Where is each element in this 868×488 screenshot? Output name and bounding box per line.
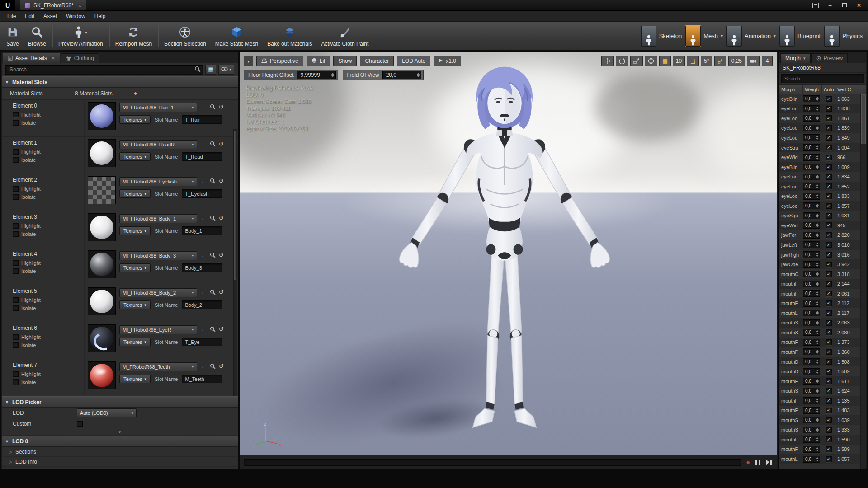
morph-weight-input[interactable]: 0,0 [803,358,820,365]
reset-to-default-icon[interactable]: ↺ [219,215,224,221]
isolate-checkbox[interactable] [13,305,19,311]
record-button[interactable]: ● [746,459,750,465]
highlight-toggle[interactable]: Highlight [13,149,41,155]
auto-checkbox[interactable]: ✓ [826,106,832,112]
isolate-checkbox[interactable] [13,268,19,274]
morph-target-row[interactable]: eyeLoo 0,0 ✓ 1 852 [779,182,860,192]
mode-mesh[interactable]: Mesh ▾ [685,26,723,47]
left-scrollbar[interactable] [233,129,237,396]
camera-speed-value[interactable]: 4 [762,56,773,66]
morph-target-row[interactable]: eyeWid 0,0 ✓ 945 [779,221,860,230]
use-selected-asset-icon[interactable]: ← [201,141,207,147]
morph-weight-input[interactable]: 0,0 [803,202,820,209]
material-thumbnail[interactable] [88,250,116,278]
use-selected-asset-icon[interactable]: ← [201,289,207,295]
morph-weight-input[interactable]: 0,0 [803,271,820,277]
auto-checkbox[interactable]: ✓ [826,388,832,394]
minimize-button[interactable]: – [824,1,836,10]
highlight-toggle[interactable]: Highlight [13,112,41,117]
spinner-icon[interactable] [816,204,819,208]
highlight-checkbox[interactable] [13,334,19,340]
morph-target-row[interactable]: mouthF 0,0 ✓ 1 589 [779,445,860,455]
robot-character-mesh[interactable] [381,64,628,454]
lod-auto-button[interactable]: LOD Auto [397,56,430,66]
slot-name-field[interactable]: M_Teeth [182,375,222,383]
translate-gizmo-button[interactable] [601,56,614,66]
morph-weight-input[interactable]: 0,0 [803,417,820,423]
custom-checkbox[interactable] [77,421,83,427]
morph-target-row[interactable]: mouthS 0,0 ✓ 1 624 [779,386,860,396]
auto-checkbox[interactable]: ✓ [826,125,832,131]
morph-weight-input[interactable]: 0,0 [803,397,820,404]
scrollbar-thumb[interactable] [861,94,866,144]
material-select-dropdown[interactable]: M_FRobotR68_Teeth ▾ [119,362,197,371]
spinner-icon[interactable] [816,418,819,422]
scrollbar-thumb[interactable] [234,131,236,280]
chevron-down-icon[interactable]: ▾ [721,33,723,38]
morph-target-row[interactable]: mouthL 0,0 ✓ 2 117 [779,308,860,318]
spinner-icon[interactable] [816,379,819,383]
tab-asset-details[interactable]: Asset Details × [3,53,60,63]
textures-dropdown[interactable]: Textures ▾ [119,115,151,124]
morph-weight-input[interactable]: 0,0 [803,368,820,375]
auto-checkbox[interactable]: ✓ [826,135,832,141]
auto-checkbox[interactable]: ✓ [826,398,832,404]
scale-snap-value[interactable]: 0,25 [728,56,745,66]
auto-checkbox[interactable]: ✓ [826,408,832,413]
isolate-toggle[interactable]: Isolate [13,268,36,274]
slot-name-field[interactable]: Body_1 [182,226,222,235]
isolate-toggle[interactable]: Isolate [13,194,36,200]
visibility-filter-button[interactable]: ▾ [218,65,234,75]
material-thumbnail[interactable] [88,287,116,315]
asset-tab[interactable]: SK_FRobotR68* × [20,0,86,10]
auto-checkbox[interactable]: ✓ [826,174,832,180]
material-thumbnail[interactable] [88,176,116,204]
spinner-icon[interactable] [816,340,819,344]
auto-checkbox[interactable]: ✓ [826,291,832,296]
window-layout-icon[interactable] [809,1,822,10]
morph-weight-input[interactable]: 0,0 [803,174,820,180]
morph-target-row[interactable]: mouthL 0,0 ✓ 1 057 [779,454,860,464]
morph-target-row[interactable]: eyeLoo 0,0 ✓ 1 849 [779,133,860,143]
morph-weight-input[interactable]: 0,0 [803,95,820,102]
highlight-checkbox[interactable] [13,223,19,229]
isolate-toggle[interactable]: Isolate [13,231,36,237]
morph-target-row[interactable]: mouthF 0,0 ✓ 1 590 [779,435,860,445]
sections-row[interactable]: ▷ Sections [2,447,238,457]
highlight-checkbox[interactable] [13,260,19,266]
highlight-checkbox[interactable] [13,371,19,377]
menu-item[interactable]: Window [61,12,90,21]
morph-search-input[interactable] [781,74,864,83]
auto-checkbox[interactable]: ✓ [826,339,832,345]
spinner-icon[interactable] [816,399,819,403]
morph-weight-input[interactable]: 0,0 [803,446,820,453]
slot-name-field[interactable]: T_Hair [182,115,222,124]
lod-info-row[interactable]: ▷ LOD Info [2,457,238,467]
textures-dropdown[interactable]: Textures ▾ [119,152,151,161]
auto-checkbox[interactable]: ✓ [826,252,832,258]
textures-dropdown[interactable]: Textures ▾ [119,338,151,346]
spinner-icon[interactable] [816,360,819,364]
morph-weight-input[interactable]: 0,0 [803,144,820,151]
expander-right-icon[interactable]: ▷ [9,450,12,454]
textures-dropdown[interactable]: Textures ▾ [119,226,151,235]
viewport-scene[interactable]: ▾ Perspective Lit Show Character LOD Aut… [240,52,777,455]
spinner-icon[interactable] [816,350,819,354]
morph-weight-input[interactable]: 0,0 [803,134,820,141]
material-select-dropdown[interactable]: MI_FRobotR68_Body_1 ▾ [119,214,197,223]
tab-close-icon[interactable]: × [52,55,55,61]
step-forward-button[interactable] [766,460,772,465]
spinner-icon[interactable] [816,223,819,227]
highlight-toggle[interactable]: Highlight [13,297,41,303]
auto-checkbox[interactable]: ✓ [826,456,832,462]
mode-physics[interactable]: Physics [824,26,863,47]
morph-target-row[interactable]: mouthF 0,0 ✓ 1 373 [779,338,860,347]
preview-animation-button[interactable]: ▾ Preview Animation [54,22,108,50]
auto-checkbox[interactable]: ✓ [826,242,832,248]
auto-checkbox[interactable]: ✓ [826,349,832,355]
morph-target-row[interactable]: eyeSqu 0,0 ✓ 1 031 [779,211,860,221]
morph-weight-input[interactable]: 0,0 [803,329,820,336]
textures-dropdown[interactable]: Textures ▾ [119,375,151,383]
advanced-expander[interactable]: ▼ [2,429,238,436]
morph-weight-input[interactable]: 0,0 [803,310,820,316]
